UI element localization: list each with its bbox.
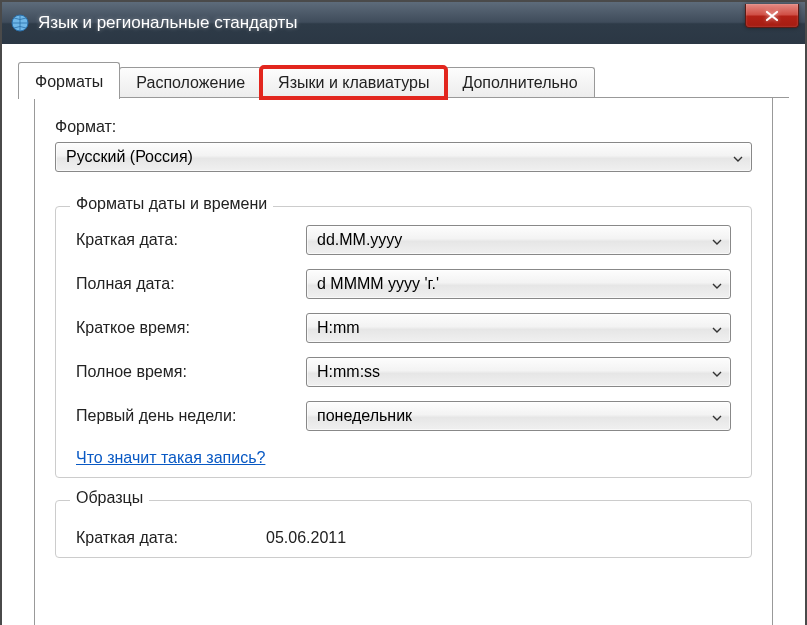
first-day-value: понедельник: [317, 407, 412, 425]
format-help-link[interactable]: Что значит такая запись?: [76, 449, 265, 467]
tab-strip: Форматы Расположение Языки и клавиатуры …: [18, 62, 789, 98]
chevron-down-icon: [712, 407, 722, 425]
tab-formats[interactable]: Форматы: [18, 62, 120, 99]
tab-panel-formats: Формат: Русский (Россия) Форматы даты и …: [34, 98, 773, 625]
tab-languages-keyboards[interactable]: Языки и клавиатуры: [261, 67, 446, 98]
tab-label: Расположение: [136, 74, 245, 91]
tab-label: Языки и клавиатуры: [278, 74, 429, 91]
sample-short-date-value: 05.06.2011: [266, 529, 346, 547]
first-day-dropdown[interactable]: понедельник: [306, 401, 731, 431]
chevron-down-icon: [712, 231, 722, 249]
chevron-down-icon: [712, 363, 722, 381]
chevron-down-icon: [712, 275, 722, 293]
long-time-label: Полное время:: [76, 363, 306, 381]
format-value: Русский (Россия): [66, 148, 193, 166]
window-title: Язык и региональные стандарты: [38, 13, 745, 33]
close-icon: [765, 10, 779, 22]
short-date-label: Краткая дата:: [76, 231, 306, 249]
datetime-formats-legend: Форматы даты и времени: [70, 195, 273, 213]
short-time-dropdown[interactable]: H:mm: [306, 313, 731, 343]
tab-location[interactable]: Расположение: [119, 67, 262, 98]
samples-group: Образцы Краткая дата: 05.06.2011: [55, 500, 752, 558]
titlebar: Язык и региональные стандарты: [2, 2, 805, 44]
long-date-dropdown[interactable]: d MMMM yyyy 'г.': [306, 269, 731, 299]
chevron-down-icon: [712, 319, 722, 337]
tab-label: Дополнительно: [462, 74, 577, 91]
samples-legend: Образцы: [70, 489, 149, 507]
long-time-row: Полное время: H:mm:ss: [76, 357, 731, 387]
long-time-dropdown[interactable]: H:mm:ss: [306, 357, 731, 387]
globe-icon: [10, 13, 30, 33]
first-day-label: Первый день недели:: [76, 407, 306, 425]
tab-label: Форматы: [35, 73, 103, 90]
long-date-row: Полная дата: d MMMM yyyy 'г.': [76, 269, 731, 299]
first-day-row: Первый день недели: понедельник: [76, 401, 731, 431]
short-time-row: Краткое время: H:mm: [76, 313, 731, 343]
short-time-value: H:mm: [317, 319, 360, 337]
sample-short-date-label: Краткая дата:: [76, 529, 266, 547]
sample-short-date-row: Краткая дата: 05.06.2011: [76, 529, 731, 547]
long-date-value: d MMMM yyyy 'г.': [317, 275, 439, 293]
short-date-row: Краткая дата: dd.MM.yyyy: [76, 225, 731, 255]
short-date-value: dd.MM.yyyy: [317, 231, 402, 249]
long-date-label: Полная дата:: [76, 275, 306, 293]
format-dropdown[interactable]: Русский (Россия): [55, 142, 752, 172]
tab-advanced[interactable]: Дополнительно: [445, 67, 594, 98]
close-button[interactable]: [745, 4, 799, 28]
format-label: Формат:: [55, 118, 752, 136]
short-time-label: Краткое время:: [76, 319, 306, 337]
long-time-value: H:mm:ss: [317, 363, 380, 381]
chevron-down-icon: [733, 148, 743, 166]
datetime-formats-group: Форматы даты и времени Краткая дата: dd.…: [55, 206, 752, 478]
short-date-dropdown[interactable]: dd.MM.yyyy: [306, 225, 731, 255]
